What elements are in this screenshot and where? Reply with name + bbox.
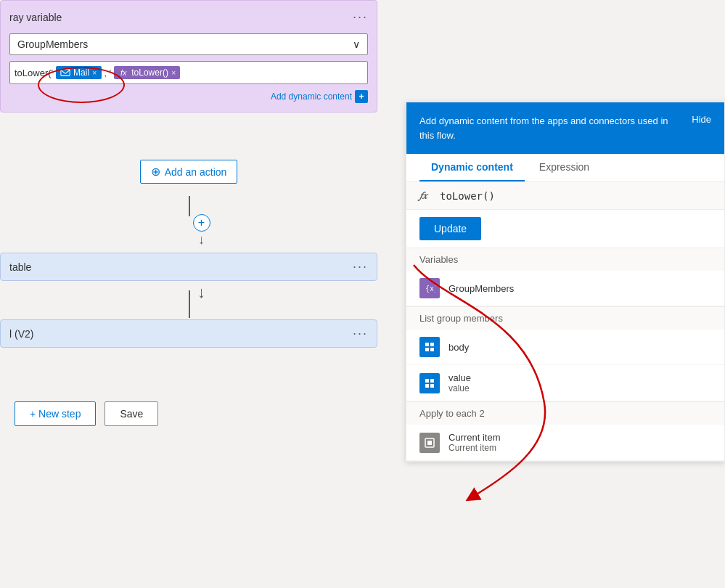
svg-rect-2 [425, 343, 429, 346]
panel-header: Add dynamic content from the apps and co… [406, 102, 724, 154]
section-listgroup-header: List group members [406, 306, 724, 330]
svg-rect-9 [430, 384, 434, 388]
add-dynamic-content-link[interactable]: Add dynamic content [271, 91, 352, 102]
add-dynamic-content-row: Add dynamic content + [9, 90, 368, 103]
svg-rect-5 [430, 348, 434, 351]
groupmembers-icon: {x} [419, 278, 440, 298]
add-action-container: ⊕ Add an action [0, 160, 377, 184]
dropdown-arrow-icon: ∨ [353, 38, 360, 50]
arrow-connector-mid: ↓ [197, 287, 205, 301]
add-dynamic-content-btn[interactable]: + [355, 90, 368, 103]
tolower-token-chip[interactable]: fx toLower() × [114, 66, 180, 79]
tolower-token-close[interactable]: × [171, 68, 176, 77]
expression-input[interactable] [440, 190, 711, 202]
connector-plus: + ↓ [193, 214, 210, 246]
fx-label-icon: 𝑓𝑥 [419, 189, 434, 202]
add-action-label: Add an action [165, 166, 227, 178]
mail-token-chip[interactable]: Mail × [56, 66, 101, 79]
mid-arrow-icon: ↓ [197, 285, 205, 301]
tab-dynamic-content[interactable]: Dynamic content [419, 154, 525, 181]
value-name: value [448, 372, 471, 383]
section-variables-header: Variables [406, 248, 724, 271]
card-title: ray variable [9, 12, 62, 23]
svg-rect-3 [430, 343, 434, 346]
currentitem-sub: Current item [448, 443, 501, 453]
groupmembers-name: GroupMembers [448, 283, 514, 294]
table-card-menu[interactable]: ··· [353, 259, 368, 274]
tab-expression[interactable]: Expression [528, 154, 601, 181]
dynamic-item-currentitem[interactable]: Current item Current item [406, 425, 724, 461]
currentitem-name: Current item [448, 432, 501, 443]
svg-rect-4 [425, 348, 429, 351]
panel-tabs: Dynamic content Expression [406, 154, 724, 182]
dynamic-item-body[interactable]: body [406, 330, 724, 365]
svg-text:{x}: {x} [425, 285, 435, 293]
svg-rect-6 [425, 379, 429, 383]
save-button[interactable]: Save [105, 401, 158, 426]
svg-rect-7 [430, 379, 434, 383]
tolower-token-label: toLower() [131, 68, 168, 78]
panel-header-text: Add dynamic content from the apps and co… [419, 114, 681, 142]
value-sub: value [448, 383, 471, 393]
card-header: ray variable ··· [9, 9, 368, 25]
section-applytoeach-header: Apply to each 2 [406, 401, 724, 425]
currentitem-text: Current item Current item [448, 432, 501, 453]
mail-token-label: Mail [73, 68, 89, 78]
v2-card-title: l (V2) [9, 328, 33, 340]
dynamic-content-panel: Add dynamic content from the apps and co… [406, 102, 725, 462]
vline-top [189, 196, 190, 216]
token-prefix-text: toLower(' [15, 68, 53, 78]
value-text: value value [448, 372, 471, 393]
new-step-button[interactable]: + New step [15, 401, 96, 426]
bottom-buttons-row: + New step Save [0, 396, 173, 432]
flow-panel: ray variable ··· GroupMembers ∨ toLower(… [0, 0, 403, 588]
svg-rect-11 [427, 441, 432, 445]
add-action-icon: ⊕ [151, 165, 160, 179]
v2-card-menu[interactable]: ··· [353, 326, 368, 341]
value-icon [419, 373, 440, 393]
v2-card[interactable]: l (V2) ··· [0, 319, 377, 348]
expression-area: 𝑓𝑥 [406, 182, 724, 210]
panel-hide-button[interactable]: Hide [692, 114, 711, 125]
group-members-dropdown[interactable]: GroupMembers ∨ [9, 33, 368, 55]
token-input-area[interactable]: toLower(' Mail × , ' fx toLower() × [9, 61, 368, 84]
token-separator: , ' [105, 68, 112, 78]
vline-mid [189, 290, 190, 318]
fx-token-icon: fx [118, 68, 128, 78]
dynamic-item-value[interactable]: value value [406, 365, 724, 401]
array-variable-card: ray variable ··· GroupMembers ∨ toLower(… [0, 0, 377, 113]
dynamic-item-groupmembers[interactable]: {x} GroupMembers [406, 271, 724, 306]
update-button[interactable]: Update [419, 217, 481, 240]
groupmembers-text: GroupMembers [448, 283, 514, 294]
body-text: body [448, 342, 469, 353]
connector-plus-btn[interactable]: + [193, 214, 210, 232]
connector-arrow: ↓ [198, 233, 205, 246]
card-menu-btn[interactable]: ··· [353, 9, 368, 25]
table-card[interactable]: table ··· [0, 253, 377, 281]
mail-token-close[interactable]: × [92, 68, 97, 77]
svg-rect-8 [425, 384, 429, 388]
currentitem-icon [419, 433, 440, 453]
mail-token-icon [60, 68, 70, 78]
svg-rect-0 [61, 70, 70, 76]
table-card-title: table [9, 261, 31, 273]
body-icon [419, 337, 440, 357]
add-action-button[interactable]: ⊕ Add an action [140, 160, 238, 184]
body-name: body [448, 342, 469, 353]
